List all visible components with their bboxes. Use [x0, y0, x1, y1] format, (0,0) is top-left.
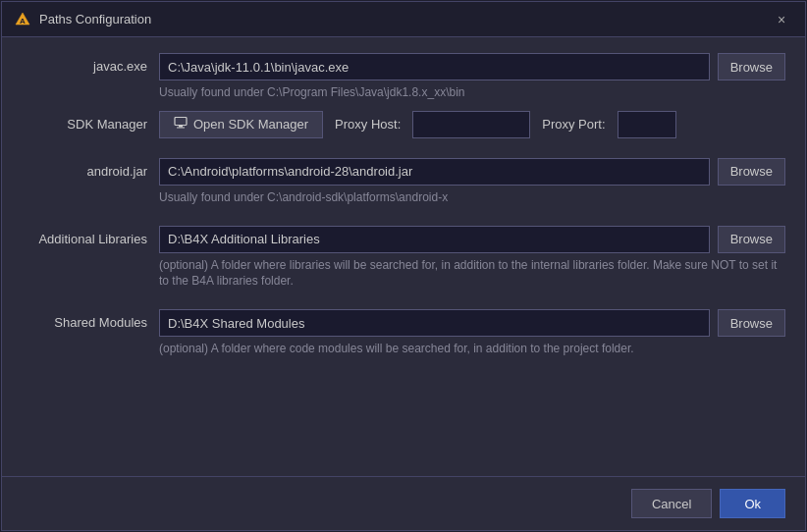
svg-text:A: A	[20, 17, 26, 26]
svg-rect-2	[175, 118, 187, 126]
dialog-footer: Cancel Ok	[2, 476, 805, 530]
javac-input-row: Browse	[159, 53, 785, 80]
shared-modules-browse-button[interactable]: Browse	[718, 309, 785, 337]
cancel-button[interactable]: Cancel	[631, 489, 712, 518]
paths-configuration-dialog: A Paths Configuration × javac.exe Browse…	[1, 1, 806, 531]
android-jar-input-row: Browse	[159, 158, 785, 186]
android-jar-hint: Usually found under C:\android-sdk\platf…	[159, 189, 785, 206]
additional-libraries-label: Additional Libraries	[22, 226, 159, 246]
sdk-row: Open SDK Manager Proxy Host: Proxy Port:	[159, 111, 785, 138]
shared-modules-input-col: Browse (optional) A folder where code mo…	[159, 309, 785, 357]
open-sdk-manager-button[interactable]: Open SDK Manager	[159, 111, 323, 138]
shared-modules-hint: (optional) A folder where code modules w…	[159, 341, 785, 357]
shared-modules-input[interactable]	[159, 309, 710, 337]
sdk-manager-row: SDK Manager Open SDK Manager Prox	[22, 111, 785, 138]
javac-label: javac.exe	[22, 53, 159, 74]
proxy-host-input[interactable]	[412, 111, 530, 138]
android-jar-browse-button[interactable]: Browse	[718, 158, 785, 186]
proxy-host-label: Proxy Host:	[335, 117, 401, 132]
proxy-port-input[interactable]	[618, 111, 676, 138]
close-button[interactable]: ×	[770, 8, 793, 31]
javac-browse-button[interactable]: Browse	[718, 53, 785, 80]
svg-rect-3	[179, 126, 183, 128]
shared-modules-label: Shared Modules	[22, 309, 159, 330]
additional-libraries-row: Additional Libraries Browse (optional) A…	[22, 226, 785, 291]
dialog-body: javac.exe Browse Usually found under C:\…	[2, 37, 805, 476]
shared-modules-input-row: Browse	[159, 309, 785, 337]
additional-libraries-browse-button[interactable]: Browse	[718, 226, 785, 253]
sdk-manager-input-col: Open SDK Manager Proxy Host: Proxy Port:	[159, 111, 785, 138]
additional-libraries-input[interactable]	[159, 226, 710, 253]
sdk-btn-label: Open SDK Manager	[193, 117, 308, 132]
additional-libraries-input-col: Browse (optional) A folder where librari…	[159, 226, 785, 291]
additional-libraries-input-row: Browse	[159, 226, 785, 253]
proxy-port-label: Proxy Port:	[542, 117, 605, 132]
javac-input[interactable]	[159, 53, 710, 80]
javac-input-col: Browse Usually found under C:\Program Fi…	[159, 53, 785, 101]
monitor-icon	[174, 117, 188, 132]
additional-libraries-hint: (optional) A folder where libraries will…	[159, 257, 785, 291]
title-bar: A Paths Configuration ×	[2, 2, 805, 37]
shared-modules-row: Shared Modules Browse (optional) A folde…	[22, 309, 785, 357]
svg-rect-4	[177, 128, 185, 129]
android-jar-row: android.jar Browse Usually found under C…	[22, 158, 785, 206]
sdk-manager-label: SDK Manager	[22, 111, 159, 132]
app-icon: A	[14, 11, 31, 28]
android-jar-input-col: Browse Usually found under C:\android-sd…	[159, 158, 785, 206]
dialog-title: Paths Configuration	[39, 12, 770, 27]
android-jar-label: android.jar	[22, 158, 159, 179]
javac-hint: Usually found under C:\Program Files\Jav…	[159, 84, 785, 101]
javac-row: javac.exe Browse Usually found under C:\…	[22, 53, 785, 101]
ok-button[interactable]: Ok	[720, 489, 785, 518]
android-jar-input[interactable]	[159, 158, 710, 186]
